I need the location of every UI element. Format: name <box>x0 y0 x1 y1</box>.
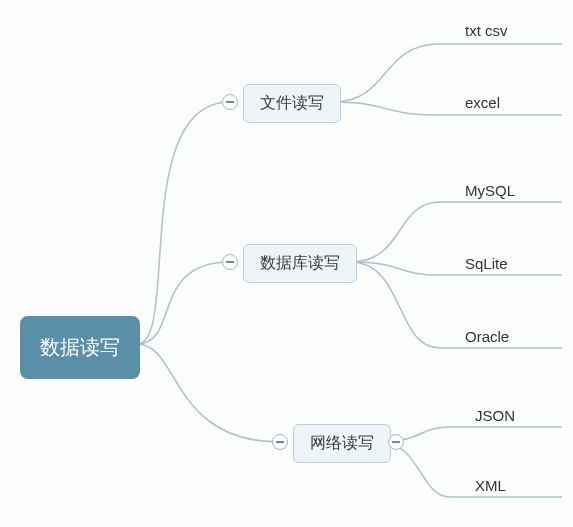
leaf-sqlite: SqLite <box>465 255 508 272</box>
leaf-json: JSON <box>475 407 515 424</box>
leaf-txt-csv: txt csv <box>465 22 508 39</box>
leaf-oracle: Oracle <box>465 328 509 345</box>
collapse-toggle-file[interactable] <box>222 94 238 110</box>
branch-node-db[interactable]: 数据库读写 <box>243 244 357 283</box>
branch-node-net[interactable]: 网络读写 <box>293 424 391 463</box>
branch-label-file: 文件读写 <box>260 94 324 111</box>
branch-label-db: 数据库读写 <box>260 254 340 271</box>
branch-label-net: 网络读写 <box>310 434 374 451</box>
leaf-mysql: MySQL <box>465 182 515 199</box>
root-node[interactable]: 数据读写 <box>20 316 140 379</box>
collapse-toggle-db[interactable] <box>222 254 238 270</box>
collapse-toggle-net-left[interactable] <box>272 434 288 450</box>
leaf-xml: XML <box>475 477 506 494</box>
leaf-excel: excel <box>465 94 500 111</box>
root-label: 数据读写 <box>40 336 120 358</box>
branch-node-file[interactable]: 文件读写 <box>243 84 341 123</box>
collapse-toggle-net-right[interactable] <box>388 434 404 450</box>
